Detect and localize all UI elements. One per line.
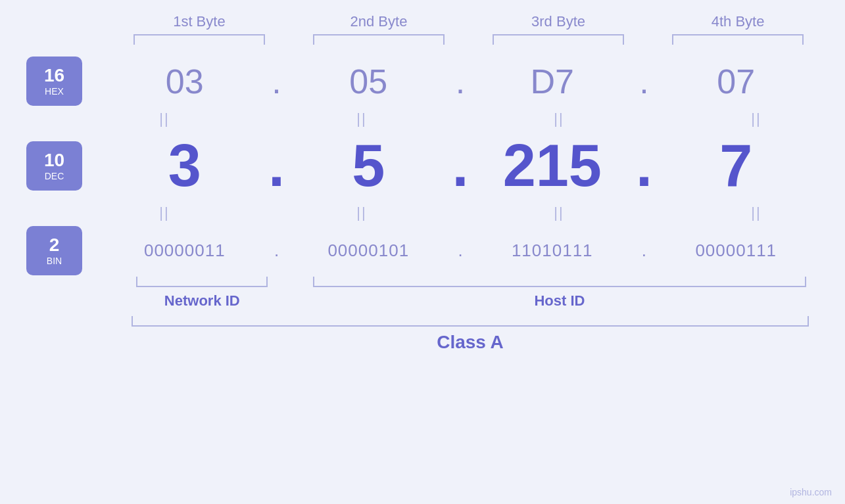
byte-4-header: 4th Byte xyxy=(712,13,765,30)
eq-cell-4: || xyxy=(667,110,845,127)
network-id-label: Network ID xyxy=(164,292,240,309)
bin-badge: 2 BIN xyxy=(26,226,82,275)
bin-byte-3: 11010111 xyxy=(512,241,593,261)
dec-byte-1: 3 xyxy=(168,132,201,200)
bin-val-3: 11010111 xyxy=(470,241,635,261)
byte-col-4: 4th Byte xyxy=(657,13,819,45)
dot-sep-h3 xyxy=(639,13,657,45)
dot-sep-h1 xyxy=(280,13,298,45)
hex-base-name: HEX xyxy=(45,86,64,97)
bin-val-1: 00000011 xyxy=(102,241,268,261)
dec-badge: 10 DEC xyxy=(26,141,82,191)
hex-base-num: 16 xyxy=(44,66,64,86)
hex-byte-3: D7 xyxy=(530,62,573,101)
byte-headers: 1st Byte 2nd Byte 3rd Byte 4th Byte xyxy=(26,13,819,45)
byte-3-top-bracket xyxy=(493,34,624,45)
bin-dot-2: . xyxy=(451,241,470,261)
network-id-area: Network ID xyxy=(122,277,283,309)
eq-cell-8: || xyxy=(667,204,845,221)
bin-byte-1: 00000011 xyxy=(144,241,226,261)
byte-2-top-bracket xyxy=(313,34,445,45)
host-id-bracket xyxy=(313,277,806,287)
eq-cell-2: || xyxy=(273,110,450,127)
hex-val-3: D7 xyxy=(470,62,635,101)
equals-row-1: || || || || xyxy=(64,106,846,132)
bin-dot-3: . xyxy=(635,241,654,261)
hex-badge: 16 HEX xyxy=(26,57,82,106)
dec-byte-2: 5 xyxy=(352,132,385,200)
byte-4-top-bracket xyxy=(672,34,804,45)
hex-dot-1: . xyxy=(268,62,286,101)
main-container: 1st Byte 2nd Byte 3rd Byte 4th Byte 16 H… xyxy=(0,0,845,504)
dec-val-2: 5 xyxy=(285,132,451,200)
hex-dot-2: . xyxy=(451,62,470,101)
byte-col-1: 1st Byte xyxy=(118,13,280,45)
eq-cell-7: || xyxy=(470,204,648,221)
equals-row-2: || || || || xyxy=(64,200,846,226)
dec-val-3: 215 xyxy=(470,132,635,200)
bin-val-4: 00000111 xyxy=(653,241,819,261)
eq-cell-1: || xyxy=(76,110,253,127)
class-bracket-outer: Class A xyxy=(132,316,809,353)
dec-val-1: 3 xyxy=(102,132,268,200)
byte-1-header: 1st Byte xyxy=(173,13,225,30)
dot-sep-h2 xyxy=(460,13,477,45)
network-id-bracket xyxy=(136,277,268,287)
dec-dot-1: . xyxy=(268,132,286,200)
dec-byte-4: 7 xyxy=(719,132,752,200)
hex-row: 16 HEX 03 . 05 . D7 . 07 xyxy=(26,57,819,106)
eq-cell-5: || xyxy=(76,204,253,221)
host-id-area: Host ID xyxy=(301,277,819,309)
host-id-label: Host ID xyxy=(534,292,585,309)
eq-cell-3: || xyxy=(470,110,648,127)
hex-byte-1: 03 xyxy=(166,62,204,101)
byte-2-header: 2nd Byte xyxy=(350,13,408,30)
bin-dot-1: . xyxy=(268,241,286,261)
hex-byte-4: 07 xyxy=(717,62,755,101)
dec-dot-3: . xyxy=(635,132,654,200)
dec-row: 10 DEC 3 . 5 . 215 . 7 xyxy=(26,132,819,200)
bin-val-2: 00000101 xyxy=(285,241,451,261)
watermark: ipshu.com xyxy=(790,487,832,497)
brackets-row: Network ID Host ID xyxy=(26,277,819,309)
bin-row: 2 BIN 00000011 . 00000101 . 11010111 . 0… xyxy=(26,226,819,275)
hex-dot-3: . xyxy=(635,62,654,101)
dec-dot-2: . xyxy=(451,132,470,200)
class-row: Class A xyxy=(26,316,819,353)
bin-base-name: BIN xyxy=(47,256,62,266)
bin-byte-2: 00000101 xyxy=(327,241,409,261)
bin-base-num: 2 xyxy=(49,235,60,256)
class-label: Class A xyxy=(437,332,504,353)
dec-byte-3: 215 xyxy=(503,132,602,200)
eq-cell-6: || xyxy=(273,204,450,221)
byte-1-top-bracket xyxy=(133,34,265,45)
hex-val-1: 03 xyxy=(102,62,268,101)
hex-byte-2: 05 xyxy=(349,62,387,101)
hex-val-4: 07 xyxy=(653,62,819,101)
class-bracket xyxy=(132,316,809,327)
hex-val-2: 05 xyxy=(285,62,451,101)
bin-byte-4: 00000111 xyxy=(695,241,777,261)
dec-base-num: 10 xyxy=(44,150,64,171)
dec-base-name: DEC xyxy=(45,171,64,181)
byte-col-2: 2nd Byte xyxy=(298,13,460,45)
byte-col-3: 3rd Byte xyxy=(477,13,639,45)
byte-3-header: 3rd Byte xyxy=(531,13,585,30)
dec-val-4: 7 xyxy=(653,132,819,200)
